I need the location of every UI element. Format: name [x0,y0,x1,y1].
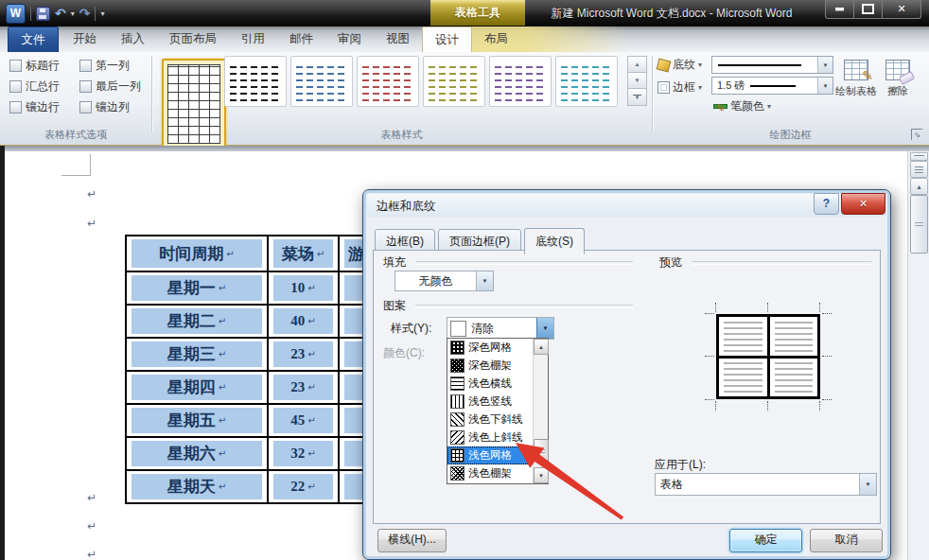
pattern-swatch [450,394,464,409]
window-controls: ✕ [825,0,921,19]
table-style-thumbnail[interactable] [423,56,485,107]
preview-guide [822,313,832,314]
vertical-scrollbar[interactable]: ▲ [907,151,929,560]
dialog-help-button[interactable]: ? [814,193,839,215]
table-cell[interactable]: 32↵ [268,437,339,470]
scrollbar-thumb[interactable] [910,195,928,254]
list-scroll-up-button[interactable]: ▲ [534,339,549,355]
tab-mailings[interactable]: 邮件 [277,26,325,52]
table-cell[interactable]: 星期二↵ [126,305,268,338]
fill-color-select[interactable]: 无颜色 ▼ [394,271,494,291]
table-style-thumbnail[interactable] [555,56,618,107]
list-scrollbar-thumb[interactable] [534,439,549,462]
table-cell[interactable]: 星期五↵ [126,404,268,437]
tab-design[interactable]: 设计 [422,26,472,52]
pattern-option[interactable]: 深色网格 [447,339,534,357]
dropdown-button[interactable]: ▼ [859,474,876,495]
pattern-option[interactable]: 浅色竖线 [447,393,534,411]
checkbox-banded-columns[interactable]: 镶边列 [79,99,130,115]
split-handle[interactable] [910,152,928,161]
ruler-toggle-button[interactable] [910,161,928,178]
pattern-option[interactable]: 浅色棚架 [447,464,534,482]
group-draw-borders: 底纹 ▾ 边框 ▾ ▼ 1.5 磅 ▼ ✎ 笔颜色 ▾ [652,52,929,145]
table-style-thumbnail[interactable] [224,56,287,107]
table-cell[interactable]: 星期六↵ [126,437,268,470]
checkbox-icon [79,101,92,114]
dropdown-button[interactable]: ▼ [536,318,553,339]
table-style-thumbnail[interactable] [290,56,353,107]
pen-color-button[interactable]: ✎ 笔颜色 ▾ [713,98,771,114]
checkbox-total-row[interactable]: 汇总行 [9,79,60,95]
redo-icon[interactable]: ↷ [79,7,91,20]
draw-table-icon: ✎ [844,60,868,80]
undo-dropdown-icon[interactable]: ▾ [71,9,75,18]
checkbox-first-column[interactable]: 第一列 [79,58,130,74]
table-cell[interactable]: 菜场↵ [268,236,339,271]
table-style-thumbnail[interactable] [357,56,419,107]
dialog-title-bar[interactable]: 边框和底纹 [367,194,886,217]
dialog-close-button[interactable]: ✕ [841,193,885,215]
save-icon[interactable] [36,7,50,21]
list-scroll-down-button[interactable]: ▼ [534,467,549,483]
word-logo-icon[interactable]: W [6,4,26,24]
preview-guide [767,401,768,411]
list-scrollbar[interactable]: ▲ ▼ [533,339,548,483]
scroll-up-button[interactable]: ▲ [910,178,928,195]
pattern-style-select[interactable]: 清除 ▼ [447,317,554,340]
tab-review[interactable]: 审阅 [325,26,374,52]
eraser-button[interactable]: 擦除 [879,54,917,126]
checkbox-banded-rows[interactable]: 镶边行 [9,99,60,115]
shading-button[interactable]: 底纹 ▾ [657,57,702,73]
tab-references[interactable]: 引用 [229,26,277,52]
table-style-preview [561,61,612,101]
table-cell[interactable]: 45↵ [268,404,339,437]
ruler-icon [915,166,923,173]
horizontal-line-button[interactable]: 横线(H)... [377,529,447,552]
customize-qat-icon[interactable]: ▾ [100,9,104,18]
table-cell[interactable]: 星期天↵ [126,470,268,503]
maximize-button[interactable] [854,0,882,19]
dialog-launcher-icon[interactable]: ⇘ [911,129,922,140]
dropdown-button[interactable]: ▼ [476,271,493,290]
pattern-option[interactable]: 浅色横线 [447,375,534,393]
dropdown-button[interactable]: ▼ [817,78,833,94]
checkbox-last-column[interactable]: 最后一列 [79,79,141,95]
table-cell[interactable]: 40↵ [268,305,339,338]
pattern-option[interactable]: 浅色下斜线 [447,411,534,429]
pattern-swatch [450,466,464,481]
table-cell[interactable]: 星期一↵ [126,271,268,305]
gallery-more-button[interactable]: ▼ [627,88,647,106]
table-cell[interactable]: 23↵ [268,371,339,404]
tab-view[interactable]: 视图 [374,26,422,52]
ok-button[interactable]: 确定 [729,529,802,552]
undo-icon[interactable]: ↶ [55,7,66,20]
close-button[interactable]: ✕ [882,0,921,19]
cancel-button[interactable]: 取消 [810,529,883,552]
preview-guide [767,303,768,312]
table-cell[interactable]: 时间周期↵ [126,236,268,271]
minimize-button[interactable] [825,0,854,19]
checkbox-icon [79,60,92,72]
line-weight-select[interactable]: 1.5 磅 ▼ [711,77,833,95]
checkbox-header-row[interactable]: 标题行 [9,58,60,74]
apply-to-select[interactable]: 表格 ▼ [655,473,877,496]
tab-layout[interactable]: 布局 [472,26,520,52]
table-style-thumbnail[interactable] [489,56,552,107]
pattern-option[interactable]: 深色棚架 [447,357,534,375]
tab-file[interactable]: 文件 [8,26,59,52]
draw-table-button[interactable]: ✎ 绘制表格 [834,54,878,126]
tab-page-layout[interactable]: 页面布局 [157,26,229,52]
table-cell[interactable]: 10↵ [268,271,339,305]
table-cell[interactable]: 23↵ [268,338,339,371]
pattern-option[interactable]: 浅色上斜线 [447,429,534,446]
pattern-option-selected[interactable]: 浅色网格 [447,446,534,464]
table-cell[interactable]: 星期四↵ [126,371,268,404]
dropdown-button[interactable]: ▼ [817,57,833,73]
borders-button[interactable]: 边框 ▾ [657,79,702,96]
tab-insert[interactable]: 插入 [109,26,157,52]
line-style-select[interactable]: ▼ [711,56,833,74]
table-cell[interactable]: 星期三↵ [126,338,268,371]
table-cell[interactable]: 22↵ [268,470,339,503]
tab-shading[interactable]: 底纹(S) [524,228,585,254]
tab-home[interactable]: 开始 [61,26,109,52]
